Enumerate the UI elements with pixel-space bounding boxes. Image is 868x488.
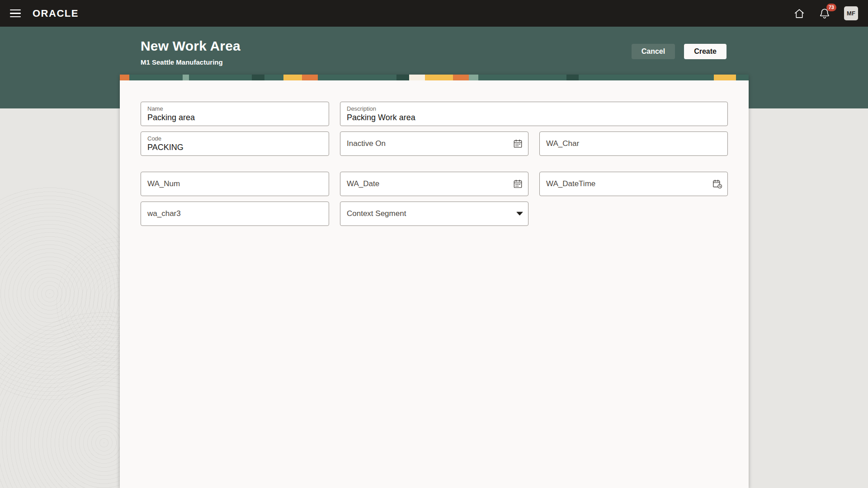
- name-field-value: Packing area: [147, 113, 309, 123]
- calendar-icon[interactable]: [513, 179, 523, 189]
- decorative-banner: [120, 75, 749, 80]
- inactive-on-field-label: Inactive On: [347, 139, 508, 148]
- code-field-value: PACKING: [147, 142, 309, 153]
- wa-date-field-label: WA_Date: [347, 179, 508, 188]
- description-field-value: Packing Work area: [347, 113, 708, 123]
- work-area-form-card: Name Packing area Description Packing Wo…: [120, 75, 749, 488]
- calendar-icon[interactable]: [513, 139, 523, 149]
- wa-datetime-field-label: WA_DateTime: [546, 179, 708, 188]
- description-field-label: Description: [347, 105, 708, 113]
- code-field[interactable]: Code PACKING: [141, 131, 329, 156]
- notifications-button[interactable]: 73: [819, 8, 830, 19]
- calendar-clock-icon[interactable]: [712, 179, 722, 189]
- create-button[interactable]: Create: [684, 44, 726, 59]
- wa-datetime-field[interactable]: WA_DateTime: [539, 172, 728, 196]
- context-segment-label: Context Segment: [347, 209, 508, 218]
- wa-char3-field[interactable]: wa_char3: [141, 202, 329, 226]
- oracle-logo: ORACLE: [33, 8, 79, 19]
- page-title-block: New Work Area M1 Seattle Manufacturing: [141, 38, 241, 66]
- context-segment-select[interactable]: Context Segment: [340, 202, 528, 226]
- description-field[interactable]: Description Packing Work area: [340, 102, 728, 126]
- top-bar: ORACLE 73 MF: [0, 0, 868, 27]
- empty-grid-cell: [539, 202, 728, 226]
- wa-num-field-label: WA_Num: [147, 179, 309, 188]
- avatar[interactable]: MF: [844, 6, 858, 20]
- notification-count-badge: 73: [826, 4, 836, 11]
- work-area-form: Name Packing area Description Packing Wo…: [120, 80, 749, 247]
- home-icon[interactable]: [793, 8, 805, 19]
- wa-num-field[interactable]: WA_Num: [141, 172, 329, 196]
- page-subtitle: M1 Seattle Manufacturing: [141, 58, 241, 66]
- hamburger-icon[interactable]: [10, 9, 21, 18]
- page-title: New Work Area: [141, 38, 241, 54]
- cancel-button[interactable]: Cancel: [632, 44, 675, 59]
- topbar-actions: 73 MF: [793, 6, 858, 20]
- chevron-down-icon[interactable]: [516, 211, 523, 216]
- wa-char-field[interactable]: WA_Char: [539, 131, 728, 156]
- wa-char-field-label: WA_Char: [546, 139, 708, 148]
- name-field[interactable]: Name Packing area: [141, 102, 329, 126]
- code-field-label: Code: [147, 135, 309, 142]
- name-field-label: Name: [147, 105, 309, 113]
- header-actions: Cancel Create: [632, 44, 726, 59]
- wa-char3-field-label: wa_char3: [147, 209, 309, 218]
- inactive-on-field[interactable]: Inactive On: [340, 131, 528, 156]
- wa-date-field[interactable]: WA_Date: [340, 172, 528, 196]
